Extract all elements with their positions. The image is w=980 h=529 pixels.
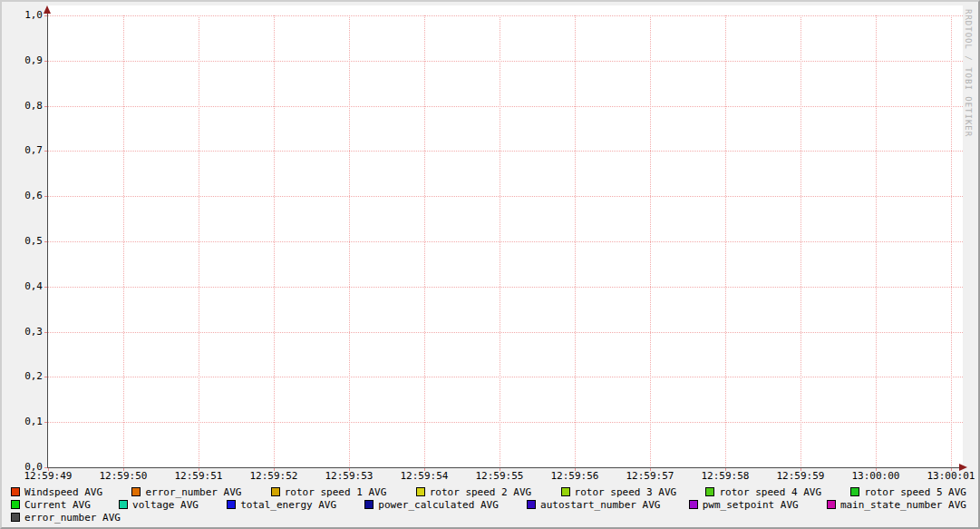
legend-label: autostart_number AVG xyxy=(540,499,660,511)
x-tick-label: 12:59:49 xyxy=(20,470,76,482)
legend-swatch xyxy=(119,500,128,509)
y-axis-tick xyxy=(44,151,47,152)
y-axis-tick xyxy=(44,287,47,288)
gridline-horizontal xyxy=(48,241,963,242)
gridline-vertical xyxy=(424,15,425,468)
legend-item: Windspeed AVG xyxy=(11,486,102,498)
x-tick-label: 12:59:52 xyxy=(246,470,302,482)
y-axis-tick xyxy=(44,241,47,242)
legend-swatch xyxy=(11,513,20,522)
y-axis-tick xyxy=(44,106,47,107)
x-tick-label: 12:59:57 xyxy=(622,470,678,482)
legend-swatch xyxy=(131,487,141,496)
legend-item: error_number AVG xyxy=(131,486,241,498)
legend-item: rotor speed 5 AVG xyxy=(850,486,966,498)
legend-label: rotor speed 2 AVG xyxy=(430,486,532,498)
x-tick-label: 12:59:55 xyxy=(471,470,528,482)
gridline-horizontal xyxy=(48,151,963,152)
x-tick-label: 12:59:56 xyxy=(547,470,603,482)
gridline-vertical xyxy=(123,15,124,468)
x-tick-label: 12:59:54 xyxy=(396,470,452,482)
gridline-horizontal xyxy=(48,332,963,333)
x-tick-label: 12:59:53 xyxy=(321,470,377,482)
legend-label: rotor speed 3 AVG xyxy=(575,486,677,498)
legend-label: Windspeed AVG xyxy=(24,486,102,498)
x-tick-label: 13:00:00 xyxy=(848,470,904,482)
legend-label: Current AVG xyxy=(24,499,91,511)
gridline-vertical xyxy=(725,15,726,468)
rrdtool-graph: RRDTOOL / TOBI OETIKER Windspeed AVGerro… xyxy=(0,0,980,529)
gridline-horizontal xyxy=(48,287,963,288)
legend-swatch xyxy=(271,487,280,496)
legend-swatch xyxy=(416,487,425,496)
watermark: RRDTOOL / TOBI OETIKER xyxy=(964,9,973,137)
legend-label: error_number AVG xyxy=(145,486,241,498)
x-axis-line xyxy=(47,467,960,468)
gridline-vertical xyxy=(876,15,877,468)
gridline-vertical xyxy=(500,15,500,468)
x-tick-label: 13:00:01 xyxy=(923,470,979,482)
legend-row: error_number AVG xyxy=(11,511,966,524)
gridline-vertical xyxy=(951,15,952,468)
y-axis-line xyxy=(47,9,48,468)
legend-swatch xyxy=(364,500,374,509)
y-tick-label: 0,9 xyxy=(4,54,43,66)
gridline-horizontal xyxy=(48,61,963,62)
legend-swatch xyxy=(705,487,714,496)
y-tick-label: 1,0 xyxy=(4,9,43,21)
gridline-horizontal xyxy=(48,196,963,197)
legend-swatch xyxy=(227,500,236,509)
x-tick-label: 12:59:59 xyxy=(772,470,829,482)
legend-label: rotor speed 1 AVG xyxy=(285,486,387,498)
legend-item: rotor speed 3 AVG xyxy=(561,486,677,498)
legend: Windspeed AVGerror_number AVGrotor speed… xyxy=(11,485,966,524)
y-axis-tick xyxy=(44,196,47,197)
legend-row: Current AVGvoltage AVGtotal_energy AVGpo… xyxy=(11,498,966,511)
y-axis-arrow-icon xyxy=(44,5,51,14)
y-tick-label: 0,2 xyxy=(4,370,43,382)
gridline-vertical xyxy=(274,15,275,468)
legend-swatch xyxy=(827,500,836,509)
y-tick-label: 0,1 xyxy=(4,416,43,427)
legend-swatch xyxy=(11,500,20,509)
legend-swatch xyxy=(561,487,570,496)
legend-item: total_energy AVG xyxy=(227,499,336,511)
legend-label: pwm_setpoint AVG xyxy=(703,499,799,511)
plot-area xyxy=(48,5,963,468)
gridline-vertical xyxy=(800,15,801,468)
legend-item: Current AVG xyxy=(11,499,91,511)
legend-label: total_energy AVG xyxy=(240,499,336,511)
gridline-vertical xyxy=(575,15,576,468)
y-tick-label: 0,8 xyxy=(4,100,43,112)
y-axis-tick xyxy=(44,467,47,468)
gridline-vertical xyxy=(650,15,651,468)
legend-label: power_calculated AVG xyxy=(378,499,498,511)
y-tick-label: 0,6 xyxy=(4,190,43,201)
legend-label: rotor speed 4 AVG xyxy=(719,486,821,498)
legend-item: power_calculated AVG xyxy=(364,499,498,511)
y-tick-label: 0,7 xyxy=(4,144,43,156)
gridline-horizontal xyxy=(48,106,963,107)
legend-row: Windspeed AVGerror_number AVGrotor speed… xyxy=(11,485,966,498)
x-tick-label: 12:59:51 xyxy=(170,470,227,482)
legend-item: rotor speed 4 AVG xyxy=(705,486,821,498)
legend-label: error_number AVG xyxy=(24,512,121,524)
x-tick-label: 12:59:50 xyxy=(95,470,151,482)
gridline-horizontal xyxy=(48,377,963,377)
legend-label: main_state_number AVG xyxy=(840,499,966,511)
legend-label: rotor speed 5 AVG xyxy=(864,486,966,498)
legend-swatch xyxy=(527,500,536,509)
legend-item: rotor speed 1 AVG xyxy=(271,486,387,498)
legend-item: main_state_number AVG xyxy=(827,499,966,511)
legend-item: error_number AVG xyxy=(11,512,121,524)
y-axis-tick xyxy=(44,377,47,377)
gridline-horizontal xyxy=(48,422,963,423)
y-axis-tick xyxy=(44,332,47,333)
legend-item: autostart_number AVG xyxy=(527,499,660,511)
gridline-horizontal xyxy=(48,15,963,16)
gridline-vertical xyxy=(199,15,199,468)
legend-swatch xyxy=(689,500,698,509)
gridline-vertical xyxy=(349,15,350,468)
legend-swatch xyxy=(850,487,859,496)
y-axis-tick xyxy=(44,15,47,16)
